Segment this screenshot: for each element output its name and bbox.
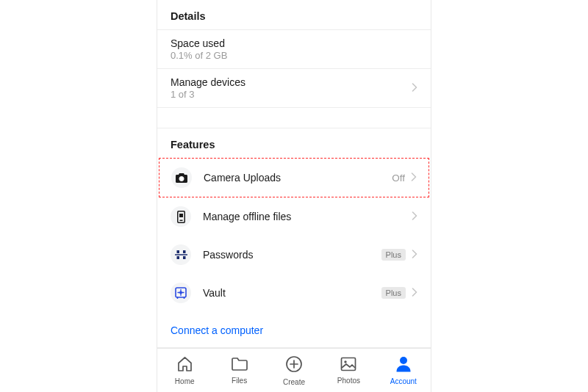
manage-devices-row[interactable]: Manage devices 1 of 3	[157, 69, 431, 108]
tab-label: Files	[232, 377, 247, 385]
manage-devices-label: Manage devices	[171, 76, 406, 88]
space-used-value: 0.1% of 2 GB	[171, 50, 417, 61]
svg-rect-4	[176, 250, 179, 253]
bottom-tab-bar: Home Files Create Photos Account	[157, 348, 431, 392]
svg-rect-3	[179, 214, 183, 217]
photos-icon	[340, 357, 356, 374]
folder-icon	[231, 357, 248, 374]
manage-devices-value: 1 of 3	[171, 89, 406, 100]
vault-icon	[171, 283, 191, 303]
camera-uploads-label: Camera Uploads	[204, 172, 392, 184]
camera-icon	[171, 167, 192, 188]
svg-point-0	[180, 177, 183, 180]
tab-home[interactable]: Home	[157, 356, 212, 385]
scroll-content: Details Space used 0.1% of 2 GB Manage d…	[157, 0, 431, 348]
vault-row[interactable]: Vault Plus	[157, 274, 431, 312]
home-icon	[176, 356, 193, 375]
chevron-right-icon	[412, 210, 417, 223]
plus-badge: Plus	[381, 249, 406, 261]
plus-circle-icon	[285, 355, 303, 376]
connect-computer-link[interactable]: Connect a computer	[171, 324, 263, 336]
section-gap	[157, 108, 431, 128]
phone-offline-icon	[171, 206, 191, 227]
features-header: Features	[157, 128, 431, 158]
space-used-label: Space used	[171, 37, 417, 49]
chevron-right-icon	[412, 81, 417, 95]
account-icon	[396, 356, 411, 375]
chevron-right-icon	[412, 248, 417, 261]
plus-badge: Plus	[381, 287, 406, 299]
offline-files-label: Manage offline files	[203, 211, 406, 222]
tab-label: Account	[390, 377, 417, 385]
svg-rect-6	[176, 256, 179, 259]
offline-files-row[interactable]: Manage offline files	[157, 197, 431, 236]
svg-point-13	[400, 357, 407, 364]
tab-label: Photos	[337, 377, 360, 385]
vault-label: Vault	[203, 287, 376, 299]
chevron-right-icon	[412, 286, 417, 300]
svg-rect-2	[179, 219, 182, 221]
svg-point-12	[345, 360, 347, 363]
connect-computer-row[interactable]: Connect a computer	[157, 312, 431, 348]
tab-files[interactable]: Files	[212, 357, 266, 385]
svg-rect-7	[183, 256, 186, 259]
account-settings-screen: Details Space used 0.1% of 2 GB Manage d…	[157, 0, 431, 392]
passwords-row[interactable]: Passwords Plus	[157, 236, 431, 274]
passwords-label: Passwords	[203, 249, 376, 261]
tab-photos[interactable]: Photos	[321, 357, 376, 385]
tab-label: Home	[175, 377, 195, 385]
camera-uploads-row[interactable]: Camera Uploads Off	[159, 158, 429, 197]
svg-rect-11	[342, 357, 356, 370]
passwords-icon	[171, 244, 191, 265]
tab-create[interactable]: Create	[267, 355, 321, 386]
tab-label: Create	[283, 378, 305, 386]
details-header: Details	[157, 0, 431, 30]
svg-rect-5	[183, 250, 186, 253]
chevron-right-icon	[411, 171, 417, 184]
space-used-row: Space used 0.1% of 2 GB	[157, 30, 431, 69]
camera-uploads-value: Off	[392, 173, 405, 184]
tab-account[interactable]: Account	[376, 356, 431, 385]
